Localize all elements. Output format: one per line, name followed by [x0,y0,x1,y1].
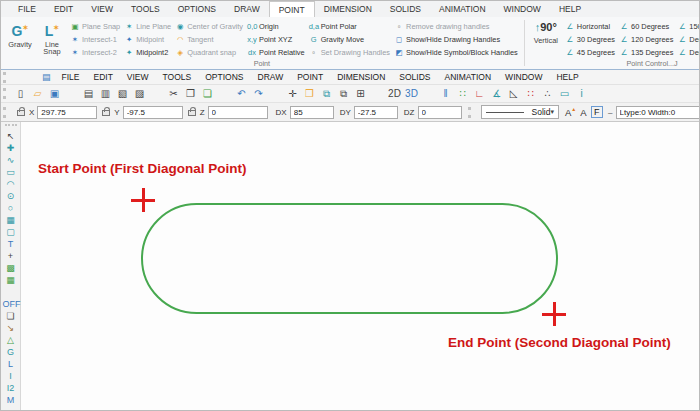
redo-icon[interactable]: ↷ [251,86,266,101]
toolbar-separator[interactable] [268,86,283,101]
select-cursor-icon[interactable]: ↖ [3,130,19,142]
menu-point[interactable]: POINT [290,72,330,82]
new-file-icon[interactable]: ▯ [13,86,28,101]
insert-symbol-icon[interactable]: ❒ [302,86,317,101]
y-lock-icon[interactable] [102,110,110,116]
undo-icon[interactable]: ↶ [234,86,249,101]
ribbon-item-degree-minus[interactable]: ∠Degree Minus [677,46,699,58]
explode-icon[interactable]: ⊞ [353,86,368,101]
circle-center-icon[interactable]: ⊙ [3,190,19,202]
midpoint-snap-icon[interactable]: M [3,394,19,406]
toolbar-separator[interactable] [64,86,79,101]
plane-mode-icon[interactable]: ◺ [506,86,521,101]
frame-toggle-button[interactable]: F [591,106,604,118]
view-2d-button[interactable]: 2D [387,86,402,101]
linetype-dropdown[interactable]: Solid ▾ [481,105,559,119]
menu-edit[interactable]: EDIT [86,72,119,82]
pick-arrow-icon[interactable]: ↘ [3,322,19,334]
pattern-e-icon[interactable]: ▦ [3,274,19,286]
menu-help[interactable]: HELP [549,72,585,82]
triangle-snap-icon[interactable]: △ [3,334,19,346]
ribbon-item-center-of-gravity[interactable]: ◉Center of Gravity [175,20,243,32]
view-3d-button[interactable]: 3D [404,86,419,101]
dy-input[interactable] [354,106,398,119]
z-lock-icon[interactable] [188,110,196,116]
tab-animation[interactable]: ANIMATION [430,1,495,17]
tab-solids[interactable]: SOLIDS [381,1,430,17]
menu-view[interactable]: VIEW [120,72,156,82]
tab-file[interactable]: FILE [9,1,45,17]
gravity-button[interactable]: G✶ Gravity [5,20,35,58]
rectangle-icon[interactable]: ▭ [3,166,19,178]
dashed-rect-icon[interactable]: ▢ [3,226,19,238]
menu-file[interactable]: FILE [55,72,87,82]
open-file-icon[interactable]: ▱ [30,86,45,101]
window-select-icon[interactable]: ▭ [557,86,572,101]
y-input[interactable] [123,106,183,119]
ungroup-icon[interactable]: ⧉ [336,86,351,101]
ribbon-item-point-polar[interactable]: d,aPoint Polar [309,20,390,32]
construction-line-icon[interactable]: ∡ [489,86,504,101]
print-preview-icon[interactable]: ▥ [98,86,113,101]
tab-draw[interactable]: DRAW [225,1,269,17]
tab-edit[interactable]: EDIT [45,1,82,17]
ribbon-item-120-degrees[interactable]: ∠120 Degrees [619,33,673,45]
ribbon-item-set-drawing-handles[interactable]: ▫Set Drawing Handles [309,46,390,58]
menu-dimension[interactable]: DIMENSION [330,72,392,82]
drawing-canvas[interactable]: ↖✚∿▭◠⊙○▦▢T+▩▦OFF❏↘△GLII2M Start Point (F… [1,122,699,411]
tab-dimension[interactable]: DIMENSION [315,1,381,17]
linetype-grip[interactable] [468,107,473,118]
dz-input[interactable] [418,106,462,119]
ribbon-item-midpoint[interactable]: ✦Midpoint [124,33,171,45]
ribbon-item-150-degrees[interactable]: ∠150 Degrees [677,20,699,32]
toolbar-separator[interactable] [370,86,385,101]
ribbon-item-gravity-move[interactable]: GGravity Move [309,33,390,45]
tab-help[interactable]: HELP [550,1,590,17]
document-info-icon[interactable]: ▨ [132,86,147,101]
ribbon-item-intersect-2[interactable]: ✶Intersect-2 [70,46,120,58]
cut-icon[interactable]: ✂ [166,86,181,101]
tab-view[interactable]: VIEW [82,1,122,17]
menu-solids[interactable]: SOLIDS [392,72,437,82]
intersect-2-icon[interactable]: I2 [3,382,19,394]
vertical-toolbar-grip[interactable] [5,124,17,128]
ribbon-item-point-xyz[interactable]: x,yPoint XYZ [247,33,305,45]
toolbar-separator[interactable] [149,86,164,101]
ribbon-item-135-degrees[interactable]: ∠135 Degrees [619,46,673,58]
ribbon-item-show-hide-drawing-handles[interactable]: ◻Show/Hide Drawing Handles [394,33,518,45]
point-style-icon[interactable]: ∷ [455,86,470,101]
intersect-1-icon[interactable]: I [3,370,19,382]
print-icon[interactable]: ▤ [81,86,96,101]
pause-icon[interactable]: ‖ [438,86,453,101]
ribbon-item-quadrant-snap[interactable]: ◈Quadrant snap [175,46,243,58]
ribbon-item-show-hide-symbol-block-handles[interactable]: ◩Show/Hide Symbol/Block Handles [394,46,518,58]
save-file-icon[interactable]: ▣ [47,86,62,101]
menu-animation[interactable]: ANIMATION [438,72,499,82]
copy-icon[interactable]: ❐ [183,86,198,101]
ribbon-item-degree-plus[interactable]: ∠Degree Plus [677,33,699,45]
ribbon-item-tangent[interactable]: ◠Tangent [175,33,243,45]
ribbon-item-60-degrees[interactable]: ∠60 Degrees [619,20,673,32]
toolbar-grip[interactable] [3,88,8,99]
toolbar-separator[interactable] [421,86,436,101]
x-lock-icon[interactable] [17,110,25,116]
z-input[interactable] [208,106,268,119]
ribbon-item-plane-snap[interactable]: ▣Plane Snap [70,20,120,32]
tab-window[interactable]: WINDOW [495,1,550,17]
snap-point-icon[interactable]: ✛ [285,86,300,101]
ribbon-item-intersect-1[interactable]: ✶Intersect-1 [70,33,120,45]
move-icon[interactable]: ✚ [3,142,19,154]
menu-options[interactable]: OPTIONS [198,72,250,82]
point-tool-icon[interactable]: + [3,250,19,262]
pattern-p-icon[interactable]: ▩ [3,262,19,274]
menu-window[interactable]: WINDOW [498,72,549,82]
dx-input[interactable] [290,106,334,119]
font-button[interactable]: A [580,107,586,118]
line-snap-icon[interactable]: L [3,358,19,370]
ribbon-item-origin[interactable]: 0,0Origin [247,20,305,32]
hatch-icon[interactable]: ▦ [3,214,19,226]
layer-icon[interactable]: ❏ [3,310,19,322]
snap-dots-icon[interactable]: ∴ [540,86,555,101]
tab-options[interactable]: OPTIONS [169,1,225,17]
coordbar-grip[interactable] [3,107,8,118]
